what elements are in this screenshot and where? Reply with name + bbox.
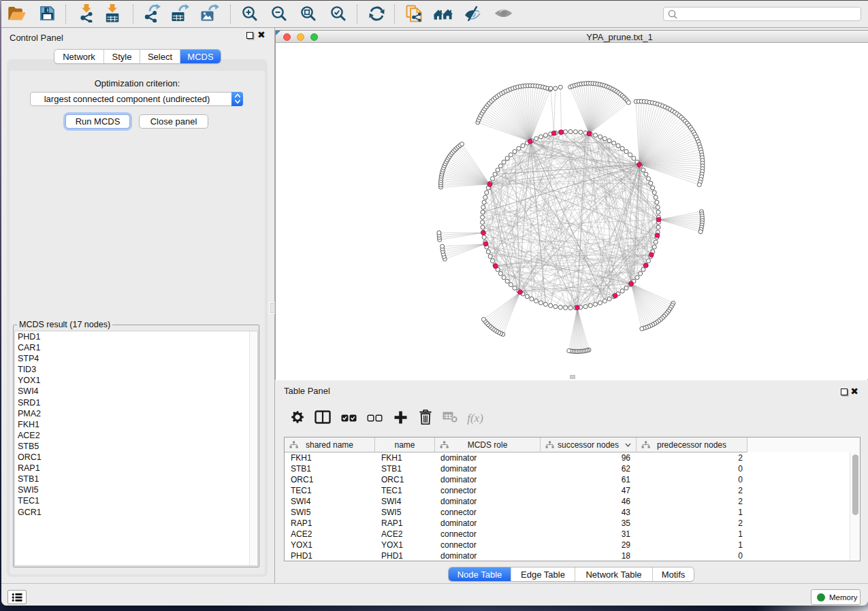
column-header-predecessor-nodes[interactable]: predecessor nodes [637, 437, 748, 452]
tab-label: Motifs [662, 569, 686, 580]
import-network-button[interactable] [77, 5, 96, 24]
save-session-button[interactable] [37, 5, 57, 24]
mcds-result-item[interactable]: STB5 [15, 441, 257, 452]
import-table-button[interactable] [103, 5, 122, 24]
tab-select[interactable]: Select [140, 50, 180, 63]
table-cell: connector [435, 529, 541, 540]
table-row[interactable]: ACE2ACE2connector311 [285, 529, 850, 540]
tab-network[interactable]: Network [54, 50, 104, 63]
optimization-criterion-select[interactable]: largest connected component (undirected) [30, 92, 243, 106]
mcds-result-item[interactable]: TID3 [15, 364, 257, 375]
mcds-result-item[interactable]: ORC1 [15, 452, 257, 463]
tab-style[interactable]: Style [104, 50, 140, 63]
mcds-result-item[interactable]: TEC1 [15, 495, 257, 506]
export-table-button[interactable] [170, 5, 189, 24]
add-column-button[interactable] [390, 408, 411, 429]
table-row[interactable]: SWI5SWI5connector431 [285, 507, 850, 518]
table-panel-float-icon[interactable] [841, 389, 848, 395]
zoom-selected-button[interactable] [328, 5, 347, 24]
zoom-fit-button[interactable] [298, 5, 317, 24]
tab-mcds[interactable]: MCDS [180, 50, 221, 63]
export-image-button[interactable] [199, 5, 219, 24]
control-panel: Control Panel ✖ Optimization criterion: … [1, 28, 274, 583]
mcds-result-item[interactable]: YOX1 [15, 375, 257, 386]
run-mcds-button[interactable]: Run MCDS [65, 114, 130, 129]
tab-node-table[interactable]: Node Table [449, 567, 511, 581]
mcds-result-item[interactable]: CAR1 [15, 342, 257, 353]
search-box[interactable] [663, 7, 861, 21]
tab-label: MCDS [187, 52, 213, 62]
table-row[interactable]: STB1STB1dominator620 [285, 463, 850, 474]
function-builder-button[interactable]: f(x) [463, 408, 487, 429]
mcds-result-item[interactable]: RAP1 [15, 463, 257, 474]
mcds-result-list[interactable]: PHD1CAR1STP4TID3YOX1SWI4SRD1PMA2FKH1ACE2… [14, 331, 258, 566]
open-session-button[interactable] [7, 5, 27, 24]
table-cell: TEC1 [285, 485, 375, 496]
table-cell: 2 [637, 496, 748, 507]
table-settings-button[interactable] [287, 408, 308, 429]
control-panel-close-icon[interactable]: ✖ [257, 31, 266, 38]
mcds-result-item[interactable]: PHD1 [15, 331, 257, 342]
mcds-list-scrollbar[interactable] [249, 331, 257, 565]
tab-edge-table[interactable]: Edge Table [511, 567, 575, 581]
task-history-button[interactable] [7, 590, 27, 604]
table-cell: PHD1 [285, 550, 375, 561]
network-window-titlebar[interactable]: YPA_prune.txt_1 [276, 31, 868, 43]
table-cell: PHD1 [375, 550, 435, 561]
apply-layout-button[interactable] [367, 5, 386, 24]
select-all-columns-button[interactable] [338, 408, 359, 429]
control-panel-float-icon[interactable] [246, 32, 253, 39]
column-header-MCDS-role[interactable]: MCDS role [435, 437, 541, 452]
table-row[interactable]: YOX1YOX1connector291 [285, 540, 850, 550]
table-cell: 35 [541, 518, 637, 529]
mcds-result-item[interactable]: STB1 [15, 474, 257, 484]
zoom-in-button[interactable] [240, 5, 259, 24]
table-panel-close-icon[interactable]: ✖ [850, 388, 858, 395]
export-network-button[interactable] [143, 5, 162, 24]
column-header-name[interactable]: name [375, 437, 435, 452]
network-table-splitter-handle[interactable] [570, 375, 575, 379]
table-row[interactable]: SWI4SWI4dominator462 [285, 496, 850, 507]
table-row[interactable]: FKH1FKH1dominator962 [285, 452, 850, 463]
search-input[interactable] [677, 10, 861, 19]
unselect-all-columns-button[interactable] [364, 408, 385, 429]
application-window: Control Panel ✖ Optimization criterion: … [1, 0, 868, 606]
mcds-result-item[interactable]: PMA2 [15, 408, 257, 419]
column-header-successor-nodes[interactable]: successor nodes [541, 437, 637, 452]
node-table-scroll-thumb[interactable] [852, 455, 858, 515]
network-canvas[interactable] [276, 44, 867, 380]
table-cell: dominator [435, 474, 541, 485]
column-header-shared-name[interactable]: shared name [285, 437, 375, 452]
mcds-result-item[interactable]: FKH1 [15, 419, 257, 430]
tab-network-table[interactable]: Network Table [575, 567, 653, 581]
memory-button[interactable]: Memory [811, 589, 861, 605]
table-row[interactable]: TEC1TEC1connector472 [285, 485, 850, 496]
clone-network-button[interactable] [404, 5, 423, 24]
show-all-button[interactable] [494, 5, 513, 24]
node-table-body: FKH1FKH1dominator962STB1STB1dominator620… [285, 452, 850, 561]
close-panel-button[interactable]: Close panel [139, 114, 208, 129]
zoom-out-button[interactable] [269, 5, 288, 24]
export-image-icon [199, 4, 219, 25]
table-row[interactable]: ORC1ORC1dominator610 [285, 474, 850, 485]
node-table-scrollbar[interactable] [850, 452, 860, 561]
table-cell: YOX1 [375, 540, 435, 550]
mcds-result-item[interactable]: SWI5 [15, 484, 257, 495]
mcds-result-item[interactable]: ACE2 [15, 430, 257, 441]
table-row[interactable]: RAP1RAP1dominator352 [285, 518, 850, 529]
table-cell: 0 [637, 474, 748, 485]
table-cell: 61 [541, 474, 637, 485]
tab-motifs[interactable]: Motifs [653, 567, 694, 581]
split-columns-button[interactable] [312, 408, 333, 429]
mcds-result-item[interactable]: STP4 [15, 353, 257, 364]
table-row[interactable]: PHD1PHD1dominator180 [285, 550, 850, 561]
toolbar-separator [65, 5, 66, 24]
mcds-result-item[interactable]: SRD1 [15, 397, 257, 408]
mcds-result-item[interactable]: SWI4 [15, 386, 257, 397]
table-cell: ORC1 [285, 474, 375, 485]
delete-columns-button[interactable] [415, 408, 436, 429]
delete-table-button[interactable] [440, 408, 460, 429]
hide-selected-button[interactable] [463, 5, 482, 24]
home-view-button[interactable] [434, 5, 453, 24]
mcds-result-item[interactable]: GCR1 [15, 507, 257, 518]
